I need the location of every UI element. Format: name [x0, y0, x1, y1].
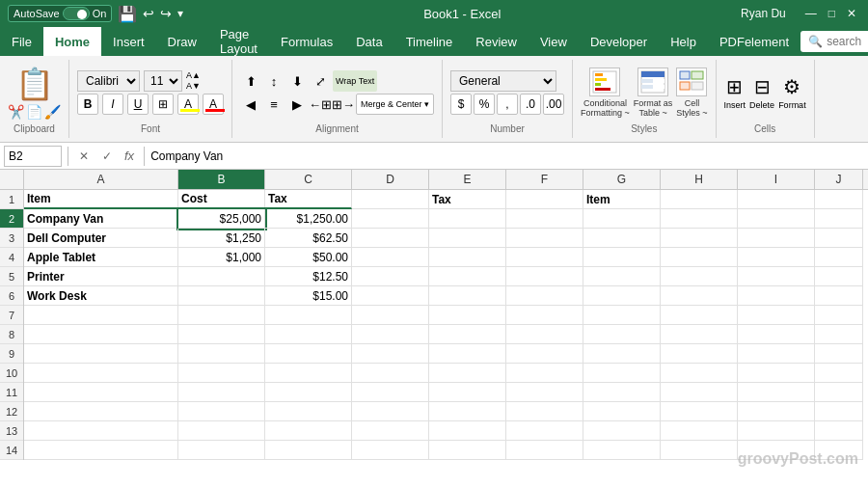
- cell-d10[interactable]: [352, 364, 429, 383]
- cell-i8[interactable]: [738, 325, 815, 344]
- row-num-6[interactable]: 6: [0, 286, 23, 306]
- cell-i9[interactable]: [738, 344, 815, 364]
- cell-e14[interactable]: [429, 441, 506, 460]
- font-family-select[interactable]: Calibri: [77, 70, 140, 92]
- insert-cells-button[interactable]: ⊞ Insert: [724, 75, 746, 110]
- cell-g7[interactable]: [583, 306, 661, 325]
- menu-pdfelement[interactable]: PDFelement: [708, 27, 800, 56]
- cell-g4[interactable]: [583, 248, 661, 267]
- col-header-a[interactable]: A: [24, 170, 178, 189]
- decrease-decimal-button[interactable]: .0: [520, 94, 541, 115]
- cell-i13[interactable]: [738, 421, 815, 441]
- cell-c12[interactable]: [265, 402, 352, 421]
- cell-d2[interactable]: [352, 209, 429, 229]
- cell-c8[interactable]: [265, 325, 352, 344]
- cell-a5[interactable]: Printer: [24, 267, 178, 286]
- cell-i1[interactable]: [738, 190, 815, 209]
- comma-button[interactable]: ,: [497, 94, 518, 115]
- cell-a10[interactable]: [24, 364, 178, 383]
- cell-j12[interactable]: [815, 402, 863, 421]
- cell-i11[interactable]: [738, 383, 815, 402]
- italic-button[interactable]: I: [102, 94, 123, 115]
- col-header-e[interactable]: E: [429, 170, 506, 189]
- row-num-12[interactable]: 12: [0, 402, 23, 421]
- cell-e4[interactable]: [429, 248, 506, 267]
- align-right-button[interactable]: ▶: [286, 94, 308, 115]
- redo-icon[interactable]: ↪: [160, 6, 172, 21]
- cell-h6[interactable]: [661, 286, 738, 306]
- cell-e7[interactable]: [429, 306, 506, 325]
- align-top-button[interactable]: ⬆: [240, 70, 261, 92]
- cell-d7[interactable]: [352, 306, 429, 325]
- cell-c1[interactable]: Tax: [265, 190, 352, 209]
- cell-h8[interactable]: [661, 325, 738, 344]
- cell-h11[interactable]: [661, 383, 738, 402]
- cancel-formula-button[interactable]: ✕: [74, 147, 94, 166]
- font-size-select[interactable]: 11: [144, 70, 182, 92]
- cell-j8[interactable]: [815, 325, 863, 344]
- border-button[interactable]: ⊞: [152, 94, 174, 115]
- cell-g12[interactable]: [583, 402, 661, 421]
- col-header-h[interactable]: H: [661, 170, 738, 189]
- cell-f1[interactable]: [506, 190, 583, 209]
- cell-a3[interactable]: Dell Computer: [24, 229, 178, 248]
- cell-g6[interactable]: [583, 286, 661, 306]
- cell-d4[interactable]: [352, 248, 429, 267]
- formula-input[interactable]: [150, 146, 864, 167]
- cell-f8[interactable]: [506, 325, 583, 344]
- col-header-g[interactable]: G: [583, 170, 661, 189]
- cell-b6[interactable]: [178, 286, 265, 306]
- close-button[interactable]: ✕: [847, 7, 856, 20]
- cell-g2[interactable]: [583, 209, 661, 229]
- row-num-14[interactable]: 14: [0, 441, 23, 460]
- cell-i10[interactable]: [738, 364, 815, 383]
- cell-j11[interactable]: [815, 383, 863, 402]
- cell-b14[interactable]: [178, 441, 265, 460]
- cell-d6[interactable]: [352, 286, 429, 306]
- align-bottom-button[interactable]: ⬇: [286, 70, 308, 92]
- cell-i5[interactable]: [738, 267, 815, 286]
- cell-e2[interactable]: [429, 209, 506, 229]
- cell-a7[interactable]: [24, 306, 178, 325]
- row-num-9[interactable]: 9: [0, 344, 23, 364]
- cell-e12[interactable]: [429, 402, 506, 421]
- menu-developer[interactable]: Developer: [579, 27, 659, 56]
- cell-e8[interactable]: [429, 325, 506, 344]
- merge-center-button[interactable]: Merge & Center ▾: [356, 94, 434, 115]
- cell-c6[interactable]: $15.00: [265, 286, 352, 306]
- col-header-b[interactable]: B: [178, 170, 265, 189]
- cell-d5[interactable]: [352, 267, 429, 286]
- delete-cells-button[interactable]: ⊟ Delete: [749, 75, 774, 110]
- cell-f12[interactable]: [506, 402, 583, 421]
- bold-button[interactable]: B: [77, 94, 98, 115]
- cell-b9[interactable]: [178, 344, 265, 364]
- cell-f2[interactable]: [506, 209, 583, 229]
- row-num-1[interactable]: 1: [0, 190, 23, 209]
- cell-f5[interactable]: [506, 267, 583, 286]
- cell-a4[interactable]: Apple Tablet: [24, 248, 178, 267]
- cell-d14[interactable]: [352, 441, 429, 460]
- cell-d13[interactable]: [352, 421, 429, 441]
- cell-h4[interactable]: [661, 248, 738, 267]
- save-icon[interactable]: 💾: [118, 5, 137, 23]
- cell-c5[interactable]: $12.50: [265, 267, 352, 286]
- cell-i7[interactable]: [738, 306, 815, 325]
- cell-e1[interactable]: Tax: [429, 190, 506, 209]
- percent-button[interactable]: %: [474, 94, 495, 115]
- menu-file[interactable]: File: [0, 27, 43, 56]
- row-num-7[interactable]: 7: [0, 306, 23, 325]
- cell-h1[interactable]: [661, 190, 738, 209]
- cell-reference-box[interactable]: [4, 146, 62, 167]
- cell-a9[interactable]: [24, 344, 178, 364]
- cell-h2[interactable]: [661, 209, 738, 229]
- fill-color-button[interactable]: A: [177, 94, 199, 115]
- underline-button[interactable]: U: [127, 94, 149, 115]
- align-middle-button[interactable]: ↕: [263, 70, 285, 92]
- cell-f11[interactable]: [506, 383, 583, 402]
- cell-i12[interactable]: [738, 402, 815, 421]
- cell-a13[interactable]: [24, 421, 178, 441]
- cell-c9[interactable]: [265, 344, 352, 364]
- cell-c3[interactable]: $62.50: [265, 229, 352, 248]
- align-center-button[interactable]: ≡: [263, 94, 285, 115]
- cell-a6[interactable]: Work Desk: [24, 286, 178, 306]
